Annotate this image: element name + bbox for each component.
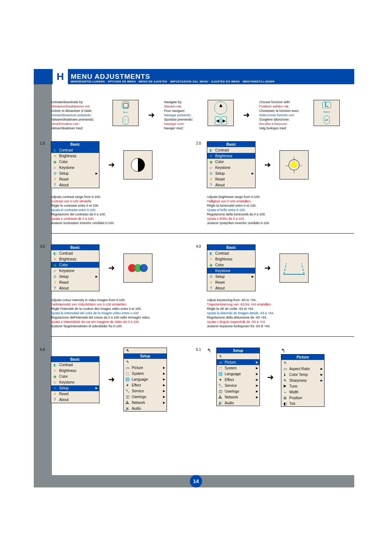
divider xyxy=(51,233,354,234)
back-icon: ↰ xyxy=(126,349,129,353)
intro-activate: Activate/deactivate by: Aktivieren/Deakt… xyxy=(51,100,105,130)
section-number: 5.1 xyxy=(196,348,201,352)
back-icon: ↰ xyxy=(281,348,324,353)
section-letter: H xyxy=(53,69,68,84)
basic-menu-keystone: Basic ◐Contrast ☀Brightness ◉Color ▱Keys… xyxy=(207,244,256,291)
arrow-icon: ➜ xyxy=(146,110,157,120)
intro-row: Activate/deactivate by: Aktivieren/Deakt… xyxy=(51,100,354,130)
section-number: 1.0 xyxy=(40,141,45,145)
arrow-icon: ➜ xyxy=(106,160,117,170)
section-number: 5.0 xyxy=(40,348,45,352)
color-icon xyxy=(123,254,152,283)
color-description: Adjusts colour intensity in video images… xyxy=(51,298,198,328)
basic-menu-contrast: Basic ◐Contrast ☀Brightness ◉Color ▱Keys… xyxy=(51,141,99,188)
intro-navigate: Navigate by: Steuern mit: Pour naviguer:… xyxy=(164,100,200,130)
arrow-icon: ➜ xyxy=(106,375,117,384)
section-number: 3.0 xyxy=(40,244,45,248)
keystone-icon xyxy=(279,254,309,283)
sidebar-stripe xyxy=(34,69,52,487)
dpad-graphic: ▴ ◂ ▸ xyxy=(208,100,234,126)
arrow-icon: ➜ xyxy=(106,263,117,273)
header-subtitle: MENÜEINSTELLUNGEN OPTIONS DE MENU MENÚ D… xyxy=(71,80,275,83)
picture-submenu: Picture ↰ ▭Aspect Ratio▶ 🌡Color Temp▶ ✎S… xyxy=(281,354,324,407)
arrow-icon: ➜ xyxy=(262,263,273,273)
intro-choose: Choose function with: Funktion wählen mi… xyxy=(259,100,306,130)
brightness-description: Adjusts brightness range from 0-100.Hell… xyxy=(207,195,354,225)
contrast-description: Adjusts contrast range from 0-100.Kontra… xyxy=(51,195,198,225)
section-number: 4.0 xyxy=(196,244,201,248)
basic-menu-brightness: Basic ◐Contrast ☀Brightness ◉Color ▱Keys… xyxy=(207,141,256,188)
arrow-icon: ➜ xyxy=(262,160,273,170)
basic-menu-setup: Basic ◐Contrast ☀Brightness ◉Color ▱Keys… xyxy=(51,356,99,403)
divider xyxy=(51,336,354,337)
brightness-icon: ││ ── xyxy=(279,150,309,179)
select-button-graphic: L Select ↵ xyxy=(314,100,340,126)
basic-menu-color: Basic ◐Contrast ☀Brightness ◉Color ▱Keys… xyxy=(51,244,99,291)
contrast-icon xyxy=(123,150,152,179)
arrow-icon: ➜ xyxy=(265,373,276,382)
keystone-description: Adjust keystoning from -63 to +64.Trapez… xyxy=(207,298,354,328)
header-title: MENU ADJUSTMENTS xyxy=(71,73,150,81)
setup-submenu: ↰ Setup ↰ ▭Picture▶ ⬚System▶ 🌐Language▶ … xyxy=(123,348,167,412)
arrow-icon: ➜ xyxy=(241,110,252,120)
setup-submenu-picture-selected: Setup ↰ ▭Picture▶ ⬚System▶ 🌐Language▶ ✦E… xyxy=(216,348,260,406)
back-icon: ↰ xyxy=(207,348,211,353)
section-number: 2.0 xyxy=(196,141,201,145)
page-number: 14 xyxy=(190,475,202,487)
menu-button-graphic: ▢ Menu ▫ xyxy=(113,100,139,126)
